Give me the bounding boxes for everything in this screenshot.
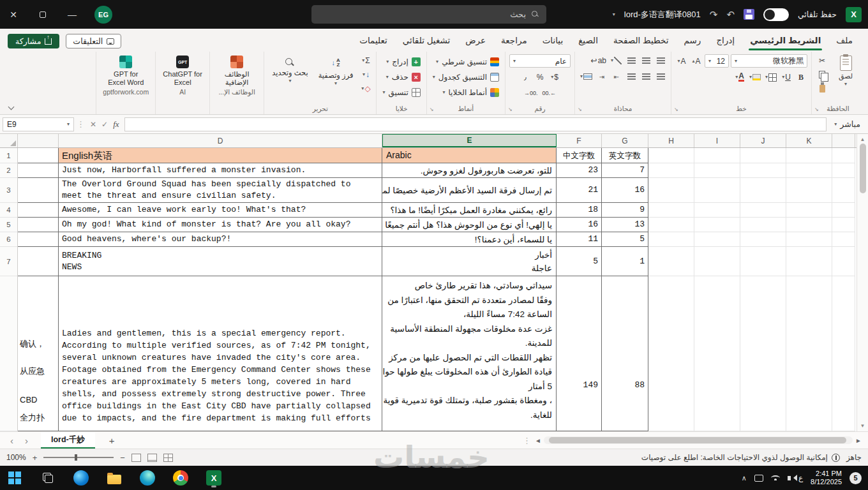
wifi-icon[interactable] [771, 475, 780, 480]
sheet-nav-left-icon[interactable]: ‹ [6, 435, 17, 446]
cell[interactable] [740, 203, 786, 218]
cell[interactable] [740, 218, 786, 232]
cell[interactable]: Good heavens, where's our backup?! [59, 232, 382, 247]
column-header-H[interactable]: H [648, 134, 694, 147]
zoom-out-button[interactable]: − [120, 453, 125, 463]
column-header-I[interactable]: I [694, 134, 740, 147]
enter-check-icon[interactable]: ✓ [101, 120, 108, 129]
align-left-button[interactable] [625, 70, 638, 83]
ribbon-tab[interactable]: مراجعة [493, 31, 535, 50]
ribbon-tab[interactable]: إدراج [708, 31, 742, 50]
ribbon-tab[interactable]: الصيغ [571, 31, 606, 50]
cell[interactable]: 7 [602, 163, 648, 178]
row-header[interactable]: 3 [0, 178, 18, 203]
cell[interactable] [832, 247, 855, 276]
save-icon[interactable] [744, 9, 754, 20]
cell[interactable]: 1 [602, 247, 648, 276]
ribbon-tab[interactable]: عرض [458, 31, 493, 50]
fill-color-button[interactable]: ▾ [748, 71, 762, 84]
cell[interactable] [648, 148, 694, 163]
cell[interactable] [786, 203, 832, 218]
cell[interactable] [786, 163, 832, 178]
restore-button[interactable] [36, 8, 50, 22]
cell[interactable] [832, 148, 855, 163]
chrome-button[interactable] [172, 468, 189, 487]
align-right-button[interactable] [654, 70, 667, 83]
format-cells-button[interactable]: تنسيق▾ [380, 85, 422, 100]
cell[interactable]: 18 [557, 203, 602, 218]
more-icon[interactable]: ⋮ [523, 436, 531, 445]
row-header[interactable]: 2 [0, 163, 18, 178]
column-header-clipped[interactable] [18, 134, 59, 147]
redo-icon[interactable]: ↷ [710, 9, 718, 20]
task-view-button[interactable] [40, 468, 56, 487]
cell[interactable]: English英语 [59, 148, 382, 163]
page-break-view-button[interactable] [163, 454, 173, 462]
page-layout-view-button[interactable] [147, 454, 157, 462]
cell[interactable]: 英文字数 [602, 148, 648, 163]
cell[interactable] [648, 276, 694, 431]
cell[interactable] [786, 232, 832, 247]
start-button[interactable] [6, 468, 23, 487]
cell[interactable]: 5 [557, 247, 602, 276]
cell[interactable]: للتو، تعرضت هاربورفول لغزو وحوش. [382, 163, 557, 178]
ribbon-tab[interactable]: تخطيط الصفحة [606, 31, 677, 50]
formula-input[interactable] [124, 117, 827, 131]
find-select-button[interactable]: بحث وتحديد ▾ [268, 54, 312, 84]
cell[interactable] [740, 247, 786, 276]
cell[interactable]: Oh my god! What kind of monster is that?… [59, 218, 382, 232]
column-header-E[interactable]: E [382, 134, 557, 147]
cell[interactable] [786, 178, 832, 203]
cell[interactable] [786, 148, 832, 163]
font-name-select[interactable]: 微软雅黑▾ [731, 54, 807, 68]
cell[interactable] [694, 203, 740, 218]
scroll-down-arrow[interactable]: ▼ [860, 422, 865, 431]
document-title[interactable]: lord-多语言翻译0801 [624, 9, 701, 20]
cell[interactable]: Arabic [382, 148, 557, 163]
cell[interactable]: 88 [602, 276, 648, 431]
clear-button[interactable]: ◇▾ [359, 82, 372, 95]
fill-button[interactable]: ↓▾ [359, 68, 372, 81]
cell[interactable] [694, 232, 740, 247]
cell[interactable]: 149 [557, 276, 602, 431]
font-dialog-launcher[interactable]: ↘ [674, 107, 678, 112]
cell[interactable] [832, 178, 855, 203]
number-dialog-launcher[interactable]: ↘ [508, 107, 513, 112]
cell[interactable] [648, 203, 694, 218]
comma-style-button[interactable]: ٫ [519, 71, 532, 84]
decrease-indent-button[interactable]: ⇤ [610, 70, 623, 83]
autosum-button[interactable]: Σ▾ [359, 54, 372, 67]
normal-view-button[interactable] [131, 454, 141, 462]
scroll-up-arrow[interactable]: ▲ [860, 134, 865, 144]
cell-styles-button[interactable]: أنماط الخلايا▾ [431, 85, 501, 100]
align-bottom-button[interactable] [625, 54, 638, 67]
cell[interactable]: 21 [557, 178, 602, 203]
cell[interactable]: أخبار عاجلة [382, 247, 557, 276]
row-header[interactable]: 7 [0, 247, 18, 276]
cell[interactable] [786, 247, 832, 276]
file-explorer-button[interactable] [106, 468, 123, 487]
vertical-scrollbar[interactable]: ▲ ▼ [857, 134, 868, 431]
row-header[interactable] [0, 276, 18, 431]
cell[interactable] [832, 163, 855, 178]
cell[interactable] [18, 163, 59, 178]
cell[interactable] [832, 232, 855, 247]
orientation-button[interactable]: ▾ [610, 54, 623, 67]
zoom-slider-knob[interactable] [75, 454, 77, 461]
cell[interactable] [18, 203, 59, 218]
row-header[interactable]: 5 [0, 218, 18, 232]
column-header-G[interactable]: G [602, 134, 648, 147]
notification-badge[interactable]: 5 [849, 472, 862, 484]
add-sheet-button[interactable]: + [104, 435, 120, 446]
cell[interactable] [694, 218, 740, 232]
cell[interactable]: 5 [602, 232, 648, 247]
cell[interactable] [740, 178, 786, 203]
cell[interactable]: سيداتي وسادتي، هذا تقرير طارئ خاص وفقًا … [382, 276, 557, 431]
cell[interactable] [694, 148, 740, 163]
column-header-clipped[interactable] [832, 134, 855, 147]
alignment-dialog-launcher[interactable]: ↘ [578, 107, 582, 112]
accounting-format-button[interactable]: $▾ [548, 71, 561, 84]
volume-icon[interactable] [788, 476, 791, 480]
edge-button[interactable] [73, 468, 89, 487]
styles-dialog-launcher[interactable]: ↘ [430, 107, 434, 112]
